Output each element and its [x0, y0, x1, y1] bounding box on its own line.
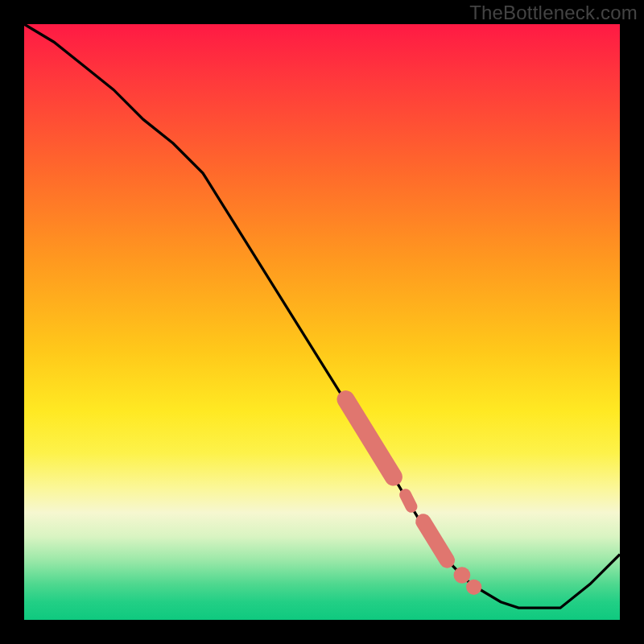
- chart-marker-segment: [423, 522, 448, 560]
- chart-curve: [24, 24, 620, 608]
- chart-marker-dot: [454, 567, 471, 584]
- chart-marker-dot: [466, 580, 481, 595]
- chart-marker-segment: [346, 399, 394, 477]
- chart-svg: [24, 24, 620, 620]
- chart-marker-segment: [406, 495, 411, 507]
- chart-plot-area: [24, 24, 620, 620]
- watermark-text: TheBottleneck.com: [469, 2, 638, 24]
- chart-markers: [346, 399, 482, 595]
